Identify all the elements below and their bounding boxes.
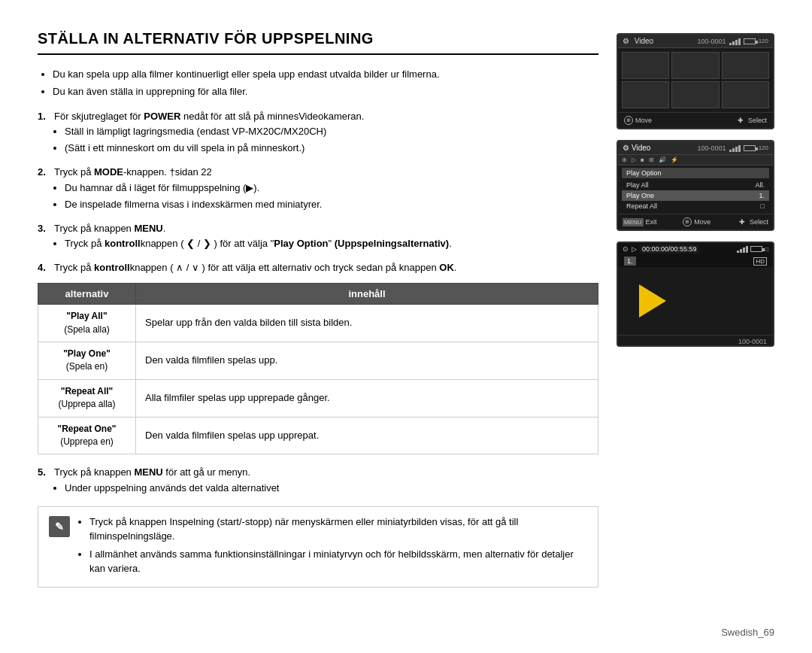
menu-item-label-play-all: Play All [626,181,649,189]
screen1-move: ⊕ Move [624,115,652,126]
screen2-header: ⚙ Video 100-0001 [618,141,773,155]
table-cell-desc-1: Spelar upp från den valda bilden till si… [136,305,598,342]
step-3-text-after: . [163,223,166,234]
step-2: 2. Tryck på MODE-knappen. †sidan 22 Du h… [38,165,598,213]
screen2-select: ✚ Select [737,217,768,227]
table-cell-desc-4: Den valda filmfilen spelas upp upprepat. [136,417,598,454]
screen1-battery-icon [744,38,756,45]
step-4: 4. Tryck på kontrollknappen ( ∧ / ∨ ) fö… [38,260,598,275]
screen2-menu-area: Play Option Play All All. Play One 1. Re… [618,166,773,214]
screen3-signal [737,245,748,253]
screen3-play-arrow [639,284,666,317]
step-5-sub-1: Under uppspelning används det valda alte… [65,481,598,496]
screen3-camera-icon: ⊙ [623,245,629,253]
step-1-sub-1: Ställ in lämpligt lagringsmedia (endast … [65,124,598,139]
move-circle-icon: ⊕ [624,116,633,125]
intro-bullet-2: Du kan även ställa in upprepning för all… [53,84,598,99]
table-cell-option-4: "Repeat One"(Upprepa en) [38,417,136,454]
table-col1-header: alternativ [38,284,136,305]
step-1-sub-2: (Sätt i ett minneskort om du vill spela … [65,141,598,156]
step-1-bold: POWER [144,111,180,122]
table-cell-option-1: "Play All"(Spela alla) [38,305,136,342]
screen3-time: 00:00:00/00:55:59 [640,244,699,254]
step-1-text-before: För skjutreglaget för [54,111,144,122]
intro-bullet-1: Du kan spela upp alla filmer kontinuerli… [53,67,598,82]
step-1-num: 1. [38,109,50,157]
screen2-move: ⊕ Move [683,217,710,227]
thumb-5 [671,81,719,108]
table-row: "Repeat One"(Upprepa en) Den valda filmf… [38,417,598,454]
table-col2-header: innehåll [136,284,598,305]
menu-item-value-repeat-all: □ [761,202,765,210]
screen2-toolbar: ⊕ ▷ ■ ⊞ 🔊 ⚡ [618,155,773,166]
menu-item-play-all: Play All All. [622,180,769,190]
menu-icon: MENU [623,218,644,226]
screen1-info: 100-0001 120 [698,37,768,45]
step-3-bold: MENU [134,223,162,234]
toolbar-icon-3: ■ [641,156,644,163]
device-screen-3: ⊙ ▷ 00:00:00/00:55:59 □ 1. HD [617,241,774,347]
move-label-2: Move [694,218,710,226]
menu-item-label-repeat-all: Repeat All [626,202,657,210]
screen2-time: 120 [759,144,768,151]
screen3-play-icon: ▷ [632,245,637,253]
step-2-subbullets: Du hamnar då i läget för filmuppspelning… [65,181,598,212]
screen2-code: 100-0001 [698,144,726,152]
move-icon-2: ⊕ [683,217,692,226]
screen3-sub-bar: 1. HD [618,255,773,267]
screen1-title: ⚙ Video [623,37,653,45]
step-2-num: 2. [38,165,50,213]
step-4-text: Tryck på kontrollknappen ( ∧ / ∨ ) för a… [54,262,456,273]
menu-item-value-play-all: All. [755,181,765,189]
note-icon: ✎ [49,516,70,537]
toolbar-icon-5: 🔊 [659,156,666,163]
device-screen-2: ⚙ Video 100-0001 [617,140,774,231]
step-3-text-before: Tryck på knappen [54,223,134,234]
thumb-4 [622,81,669,108]
menu-item-play-one: Play One 1. [622,190,769,201]
thumb-1 [622,52,669,79]
screen2-exit: MENU Exit [623,217,657,227]
screen3-playback-body [618,267,773,335]
table-row: "Play One"(Spela en) Den valda filmfilen… [38,342,598,380]
select-label-2: Select [750,218,768,226]
thumb-6 [722,81,769,108]
step-5-text: Tryck på knappen MENU för att gå ur meny… [54,466,250,478]
step-3-sub-1: Tryck på kontrollknappen ( ❮ / ❯ ) för a… [65,236,598,251]
screen2-setting-icon: ⚙ [623,144,629,152]
note-bullet-2: I allmänhet används samma funktionsinstä… [89,547,587,576]
step-3-subbullets: Tryck på kontrollknappen ( ❮ / ❯ ) för a… [65,236,598,251]
step-2-bold: MODE [94,166,123,178]
table-cell-option-2: "Play One"(Spela en) [38,342,136,380]
screen2-menu-title: Play Option [622,168,769,178]
step-2-sub-1: Du hamnar då i läget för filmuppspelning… [65,181,598,196]
thumb-2 [671,52,719,79]
note-box: ✎ Tryck på knappen Inspelning (start/-st… [38,506,598,588]
intro-bullet-list: Du kan spela upp alla filmer kontinuerli… [53,67,598,99]
screen1-header: ⚙ Video 100-0001 [618,35,773,48]
step-5-num: 5. [38,465,50,497]
menu-item-repeat-all: Repeat All □ [622,201,769,211]
screen2-signal [729,144,741,152]
menu-item-label-play-one: Play One [626,192,654,199]
content-area: STÄLLA IN ALTERNATIV FÖR UPPSPELNING Du … [38,30,598,588]
table-row: "Repeat All"(Upprepa alla) Alla filmfile… [38,379,598,417]
page-number: Swedish_69 [721,627,774,638]
step-3-num: 3. [38,221,50,253]
table-cell-option-3: "Repeat All"(Upprepa alla) [38,379,136,417]
step-2-text-before: Tryck på [54,166,94,178]
select-cross-icon: ✚ [735,115,746,126]
sidebar-area: ⚙ Video 100-0001 [617,30,774,588]
menu-item-value-play-one: 1. [759,192,765,199]
toolbar-icon-4: ⊞ [649,156,654,163]
thumb-3 [722,52,769,79]
screen1-thumbnail-grid [618,48,773,112]
step-4-num: 4. [38,260,50,275]
step-2-sub-2: De inspelade filmerna visas i indexskärm… [65,197,598,212]
screen1-signal-icon [729,37,741,45]
screen3-footer: 100-0001 [618,335,773,347]
table-cell-desc-2: Den valda filmfilen spelas upp. [136,342,598,380]
step-2-text-mid: -knappen. †sidan 22 [123,166,212,178]
table-row: "Play All"(Spela alla) Spelar upp från d… [38,305,598,342]
screen1-footer: ⊕ Move ✚ Select [618,112,773,128]
